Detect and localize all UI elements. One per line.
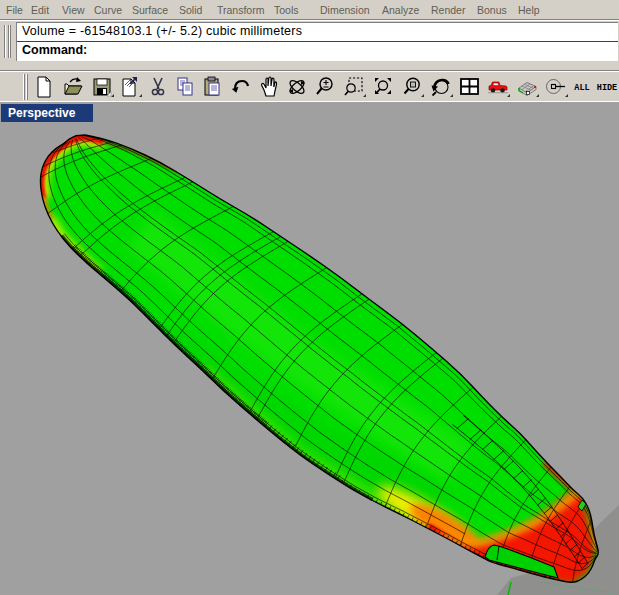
svg-text:ALL: ALL bbox=[574, 83, 589, 93]
svg-text:HIDE: HIDE bbox=[597, 83, 617, 93]
